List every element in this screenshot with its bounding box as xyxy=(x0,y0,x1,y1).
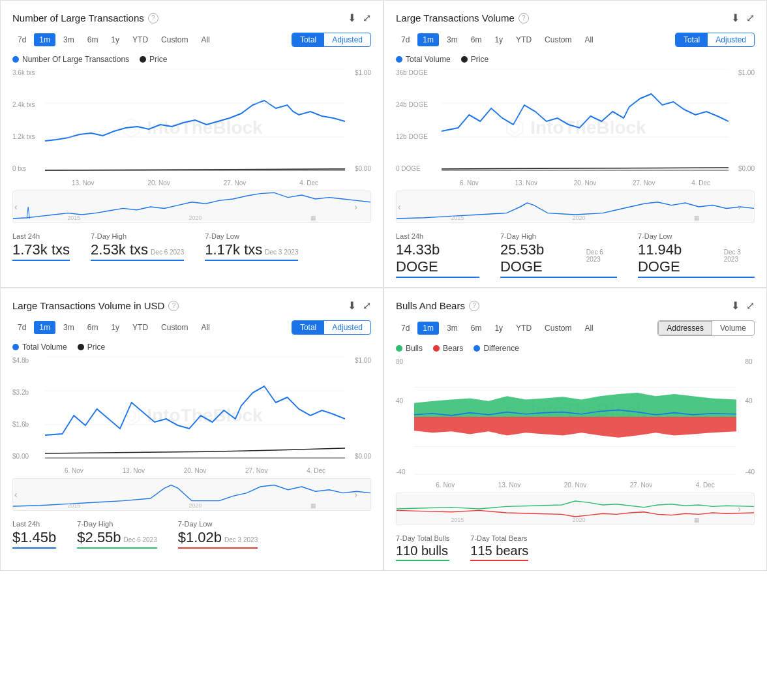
panel-actions-bulls-bears: ⬇ ⤢ xyxy=(731,301,755,311)
time-btn-custom-bb[interactable]: Custom xyxy=(539,322,577,335)
time-btn-1y-vol[interactable]: 1y xyxy=(489,33,508,46)
time-btn-ytd-bb[interactable]: YTD xyxy=(511,322,537,335)
mini-nav-right-usd[interactable]: › xyxy=(354,489,357,500)
toggle-addresses-bb[interactable]: Addresses xyxy=(658,321,712,335)
mini-label-icon-bb[interactable]: ▦ xyxy=(694,517,700,523)
help-icon-large-vol[interactable]: ? xyxy=(519,13,529,23)
time-btn-all-usd[interactable]: All xyxy=(196,321,215,334)
time-btn-1m-bb[interactable]: 1m xyxy=(417,322,439,335)
help-icon-large-vol-usd[interactable]: ? xyxy=(168,301,179,311)
mini-nav-left-large-vol[interactable]: ‹ xyxy=(398,202,401,212)
toggle-adjusted-large-vol[interactable]: Adjusted xyxy=(708,33,754,46)
time-btn-custom-usd[interactable]: Custom xyxy=(156,321,193,334)
y-label-0usd: $0.00 xyxy=(12,453,29,460)
time-btn-3m-vol[interactable]: 3m xyxy=(442,33,463,46)
time-btn-1m[interactable]: 1m xyxy=(34,33,55,46)
toggle-total-large-tx[interactable]: Total xyxy=(292,33,324,46)
mini-chart-large-vol[interactable]: 2015 2020 ▦ ‹ › xyxy=(396,190,755,223)
time-btn-all[interactable]: All xyxy=(196,33,215,46)
time-btn-6m-usd[interactable]: 6m xyxy=(82,321,104,334)
stat-value-last24h-usd: $1.45b xyxy=(12,529,56,549)
stat-value-7dayhigh: 2.53k txs Dec 6 2023 xyxy=(91,241,184,261)
panel-actions-large-vol: ⬇ ⤢ xyxy=(731,13,755,23)
time-btn-7d-vol[interactable]: 7d xyxy=(396,33,415,46)
x-label-27nov-usd: 27. Nov xyxy=(245,467,267,474)
time-btn-6m-vol[interactable]: 6m xyxy=(466,33,487,46)
x-label-13nov: 13. Nov xyxy=(72,179,94,187)
mini-nav-left-large-tx[interactable]: ‹ xyxy=(14,202,18,212)
time-btn-1y-bb[interactable]: 1y xyxy=(489,322,508,335)
time-btn-1y-usd[interactable]: 1y xyxy=(106,321,125,334)
legend-item-price-usd: Price xyxy=(78,342,105,352)
toggle-total-large-vol[interactable]: Total xyxy=(676,33,708,46)
download-icon-bulls-bears[interactable]: ⬇ xyxy=(731,301,740,311)
panel-title-row: Number of Large Transactions ? xyxy=(12,12,158,23)
x-label-20nov: 20. Nov xyxy=(147,179,170,187)
panel-title-large-vol: Large Transactions Volume xyxy=(396,12,515,23)
mini-nav-right-large-vol[interactable]: › xyxy=(738,202,741,212)
time-btn-7d-usd[interactable]: 7d xyxy=(12,321,31,334)
y-label-40-left: 40 xyxy=(396,397,405,404)
help-icon-large-tx[interactable]: ? xyxy=(148,13,158,23)
panel-title-row-bb: Bulls And Bears ? xyxy=(396,300,479,311)
stat-7day-low-large-tx: 7-Day Low 1.17k txs Dec 3 2023 xyxy=(205,232,298,261)
time-btn-1m-usd[interactable]: 1m xyxy=(34,321,55,334)
mini-nav-right-bb[interactable]: › xyxy=(738,504,741,514)
chart-x-labels-large-vol: 6. Nov 13. Nov 20. Nov 27. Nov 4. Dec xyxy=(442,179,729,187)
time-btn-all-bb[interactable]: All xyxy=(579,322,598,335)
mini-label-icon[interactable]: ▦ xyxy=(310,215,316,221)
toggle-total-large-vol-usd[interactable]: Total xyxy=(292,321,324,334)
chart-y-labels-right-bb: 80 40 -40 xyxy=(745,358,755,476)
panel-header-large-tx: Number of Large Transactions ? ⬇ ⤢ xyxy=(12,12,371,23)
toggle-adjusted-large-tx[interactable]: Adjusted xyxy=(324,33,370,46)
y-label-0doge: 0 DOGE xyxy=(396,165,428,172)
time-btn-3m-usd[interactable]: 3m xyxy=(58,321,80,334)
mini-nav-left-usd[interactable]: ‹ xyxy=(14,489,18,500)
mini-chart-large-tx[interactable]: 2015 2020 ▦ ‹ › xyxy=(12,190,371,223)
expand-icon-large-vol-usd[interactable]: ⤢ xyxy=(363,301,371,311)
expand-icon-large-tx[interactable]: ⤢ xyxy=(363,13,371,23)
legend-item-num-tx: Number Of Large Transactions xyxy=(12,55,129,64)
stat-label-7dayhigh-usd: 7-Day High xyxy=(77,520,157,528)
expand-icon-bulls-bears[interactable]: ⤢ xyxy=(746,301,755,311)
mini-nav-left-bb[interactable]: ‹ xyxy=(398,504,401,514)
time-btn-ytd-usd[interactable]: YTD xyxy=(127,321,153,334)
chart-y-labels-left-bb: 80 40 -40 xyxy=(396,358,405,476)
help-icon-bulls-bears[interactable]: ? xyxy=(469,301,479,311)
panel-bulls-bears: Bulls And Bears ? ⬇ ⤢ 7d 1m 3m 6m 1y YTD… xyxy=(384,288,767,571)
time-btn-ytd-vol[interactable]: YTD xyxy=(511,33,537,46)
legend-large-vol-usd: Total Volume Price xyxy=(12,342,371,352)
expand-icon-large-vol[interactable]: ⤢ xyxy=(746,13,755,23)
x-label-4dec-vol: 4. Dec xyxy=(691,179,710,187)
download-icon-large-vol[interactable]: ⬇ xyxy=(731,13,740,23)
mini-label-icon-vol[interactable]: ▦ xyxy=(694,215,700,221)
time-btn-6m-bb[interactable]: 6m xyxy=(466,322,487,335)
time-btn-7d[interactable]: 7d xyxy=(12,33,31,46)
time-btn-all-vol[interactable]: All xyxy=(579,33,598,46)
legend-item-total-vol: Total Volume xyxy=(396,55,451,64)
legend-bulls-bears: Bulls Bears Difference xyxy=(396,344,755,353)
time-btn-3m-bb[interactable]: 3m xyxy=(442,322,463,335)
toggle-volume-bb[interactable]: Volume xyxy=(712,321,754,335)
mini-nav-right-large-tx[interactable]: › xyxy=(354,202,357,212)
mini-label-2020-bb: 2020 xyxy=(573,517,586,523)
time-btn-6m[interactable]: 6m xyxy=(82,33,104,46)
y-label-right-1: $1.00 xyxy=(355,69,371,76)
time-btn-custom-vol[interactable]: Custom xyxy=(539,33,577,46)
toggle-adjusted-large-vol-usd[interactable]: Adjusted xyxy=(324,321,370,334)
mini-chart-large-vol-usd[interactable]: 2015 2020 ▦ ‹ › xyxy=(12,478,371,511)
time-btn-1y[interactable]: 1y xyxy=(106,33,125,46)
time-btn-custom[interactable]: Custom xyxy=(156,33,193,46)
stat-date-7daylow-vol: Dec 3 2023 xyxy=(724,249,755,263)
time-btn-1m-vol[interactable]: 1m xyxy=(417,33,439,46)
time-btn-3m[interactable]: 3m xyxy=(58,33,80,46)
time-btn-ytd[interactable]: YTD xyxy=(127,33,153,46)
y-label-16b: $1.6b xyxy=(12,421,29,428)
download-icon-large-tx[interactable]: ⬇ xyxy=(348,13,356,23)
stat-7day-high-large-tx: 7-Day High 2.53k txs Dec 6 2023 xyxy=(91,232,184,261)
time-btn-7d-bb[interactable]: 7d xyxy=(396,322,415,335)
mini-chart-bulls-bears[interactable]: 2015 2020 ▦ ‹ › xyxy=(396,493,755,525)
download-icon-large-vol-usd[interactable]: ⬇ xyxy=(348,301,356,311)
stat-value-7daylow: 1.17k txs Dec 3 2023 xyxy=(205,241,298,261)
mini-label-icon-usd[interactable]: ▦ xyxy=(310,502,316,509)
